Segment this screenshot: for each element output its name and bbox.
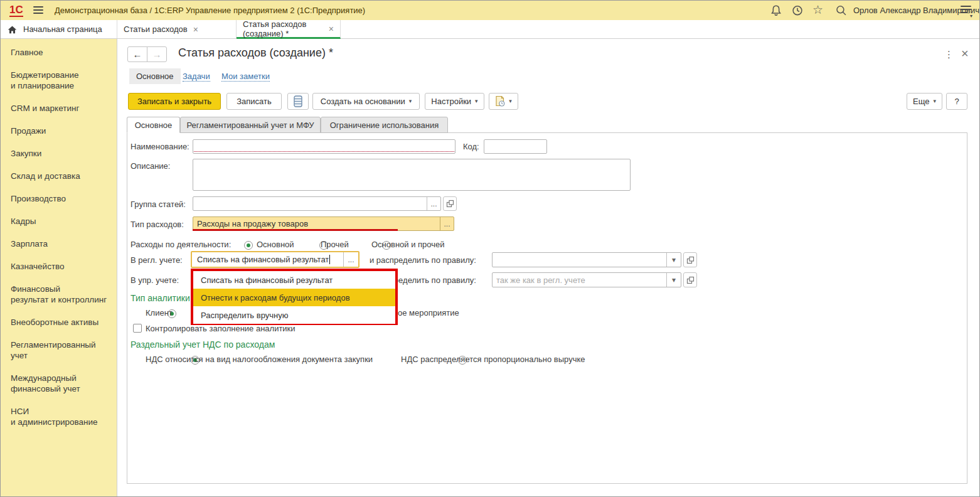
vat-radio-proportional-revenue-label[interactable]: НДС распределяется пропорционально выруч… — [401, 355, 585, 364]
reg-accounting-input[interactable]: Списать на финансовый результат ... — [191, 251, 360, 268]
combo-arrow-icon[interactable]: ▾ — [666, 273, 681, 287]
reg-distribute-rule-label: и распределить по правилу: — [370, 255, 476, 265]
expense-type-red-underline — [193, 229, 398, 231]
mgmt-rule-placeholder[interactable]: так же как в регл. учете — [493, 275, 666, 285]
sidebar-item-payroll[interactable]: Зарплата — [11, 238, 113, 249]
more-label: Еще — [913, 97, 929, 106]
reg-accounting-select-button[interactable]: ... — [343, 252, 358, 267]
sidebar-item-hr[interactable]: Кадры — [11, 216, 113, 227]
tab-close-icon[interactable]: × — [329, 24, 334, 34]
open-icon — [686, 276, 695, 284]
save-and-close-button[interactable]: Записать и закрыть — [128, 93, 221, 110]
mgmt-rule-combo[interactable]: так же как в регл. учете ▾ — [492, 272, 681, 287]
back-icon: ← — [133, 49, 142, 60]
reg-accounting-label: В регл. учете: — [130, 255, 183, 265]
sidebar-item-treasury[interactable]: Казначейство — [11, 261, 113, 272]
forward-icon: → — [152, 49, 162, 60]
name-label: Наименование: — [130, 142, 189, 151]
sidebar-item-financial-result[interactable]: Финансовый результат и контроллинг — [11, 284, 113, 305]
control-analytics-checkbox-label[interactable]: Контролировать заполнение аналитики — [146, 324, 296, 333]
create-based-on-button[interactable]: Создать на основании ▾ — [312, 93, 420, 110]
sidebar-item-regulated-accounting[interactable]: Регламентированный учет — [11, 339, 113, 361]
analytics-radio-event-label-fragment[interactable]: ое мероприятие — [398, 308, 459, 318]
dropdown-item-deferred-expenses[interactable]: Отнести к расходам будущих периодов — [193, 289, 395, 306]
sidebar-item-purchases[interactable]: Закупки — [11, 148, 113, 159]
settings-label: Настройки — [431, 97, 471, 106]
favorites-icon[interactable]: ☆ — [812, 3, 823, 17]
tab-label: Статьи расходов — [124, 24, 188, 34]
combo-arrow-icon[interactable]: ▾ — [666, 253, 681, 267]
tutorial-highlight-frame: Списать на финансовый результат Отнести … — [191, 269, 398, 325]
control-analytics-checkbox[interactable] — [133, 324, 142, 333]
mgmt-rule-open-button[interactable] — [683, 272, 697, 287]
form-tab-main[interactable]: Основное — [127, 117, 180, 133]
activity-radio-other-label[interactable]: Прочей — [321, 240, 349, 249]
tab-home[interactable]: Начальная страница — [1, 20, 117, 38]
sidebar-item-sales[interactable]: Продажи — [11, 126, 113, 136]
dropdown-item-write-off[interactable]: Списать на финансовый результат — [193, 271, 395, 289]
activity-label: Расходы по деятельности: — [130, 240, 231, 249]
sidebar-item-international-accounting[interactable]: Международный финансовый учет — [11, 373, 113, 394]
vat-section-title: Раздельный учет НДС по расходам — [130, 339, 275, 350]
main-menu-icon[interactable] — [33, 6, 43, 14]
back-button[interactable]: ← — [127, 46, 147, 62]
sidebar-item-crm[interactable]: CRM и маркетинг — [11, 103, 113, 114]
mgmt-accounting-label: В упр. учете: — [130, 275, 179, 285]
tab-close-icon[interactable]: × — [193, 24, 198, 35]
tab-label: Статья расходов (создание) * — [243, 19, 323, 38]
forward-button[interactable]: → — [147, 46, 167, 62]
vat-radio-by-purchase-document-label[interactable]: НДС относится на вид налогообложения док… — [146, 355, 373, 364]
nav-link-main[interactable]: Основное — [129, 68, 181, 84]
form-tab-usage-restriction[interactable]: Ограничение использования — [321, 117, 448, 133]
home-icon — [7, 24, 18, 35]
expense-type-select-button[interactable]: ... — [440, 217, 454, 230]
application-title: Демонстрационная база / 1С:ERP Управлени… — [55, 6, 365, 15]
sidebar-item-warehouse[interactable]: Склад и доставка — [11, 171, 113, 181]
text-cursor — [329, 255, 330, 264]
document-clock-icon — [495, 95, 505, 107]
group-input[interactable]: ... — [193, 196, 441, 211]
sidebar-item-production[interactable]: Производство — [11, 193, 113, 204]
user-menu-icon[interactable]: ▾ — [961, 6, 971, 13]
change-history-button[interactable]: ▾ — [489, 93, 518, 110]
dropdown-item-distribute-manually[interactable]: Распределить вручную — [193, 306, 395, 324]
reg-accounting-value[interactable]: Списать на финансовый результат — [197, 255, 329, 264]
sidebar-item-budgeting[interactable]: Бюджетирование и планирование — [11, 70, 113, 91]
reg-rule-open-button[interactable] — [683, 252, 697, 267]
sidebar-item-main[interactable]: Главное — [11, 47, 113, 58]
expense-type-value[interactable]: Расходы на продажу товаров — [193, 219, 440, 228]
expense-type-label: Тип расходов: — [130, 220, 184, 229]
activity-radio-main[interactable] — [244, 241, 253, 250]
nav-link-tasks[interactable]: Задачи — [183, 72, 210, 82]
save-button[interactable]: Записать — [226, 93, 282, 110]
sidebar-item-master-data-admin[interactable]: НСИ и администрирование — [11, 406, 113, 427]
close-form-icon[interactable]: × — [961, 46, 969, 61]
search-icon[interactable] — [835, 4, 848, 16]
group-select-button[interactable]: ... — [427, 197, 440, 210]
group-open-button[interactable] — [443, 196, 457, 211]
more-button[interactable]: Еще ▾ — [907, 93, 942, 110]
tab-expense-item-create[interactable]: Статья расходов (создание) * × — [237, 20, 341, 39]
activity-radio-main-and-other-label[interactable]: Основной и прочей — [371, 240, 445, 249]
analytics-radio-client-label[interactable]: Клиент — [146, 308, 173, 318]
history-icon[interactable] — [791, 4, 804, 16]
activity-radio-main-label[interactable]: Основной — [257, 240, 294, 249]
code-label: Код: — [463, 142, 479, 151]
kebab-menu-icon[interactable]: ⋮ — [944, 49, 954, 60]
register-records-button[interactable] — [287, 93, 309, 110]
caret-down-icon: ▾ — [409, 99, 412, 104]
code-input[interactable] — [484, 139, 547, 154]
sidebar-item-noncurrent-assets[interactable]: Внеоборотные активы — [11, 317, 113, 328]
reg-rule-combo[interactable]: ▾ — [492, 252, 681, 267]
tab-expense-items[interactable]: Статьи расходов × — [117, 20, 237, 38]
analytics-type-title: Тип аналитики — [130, 293, 190, 303]
caret-down-icon: ▾ — [509, 99, 512, 104]
help-button[interactable]: ? — [946, 93, 967, 110]
form-tab-regulated[interactable]: Регламентированный учет и МФУ — [180, 117, 321, 133]
description-textarea[interactable] — [193, 159, 631, 191]
tab-home-label: Начальная страница — [23, 24, 102, 34]
nav-link-notes[interactable]: Мои заметки — [221, 72, 270, 82]
settings-button[interactable]: Настройки ▾ — [425, 93, 484, 110]
notifications-icon[interactable] — [770, 4, 782, 16]
required-field-underline — [194, 151, 454, 152]
